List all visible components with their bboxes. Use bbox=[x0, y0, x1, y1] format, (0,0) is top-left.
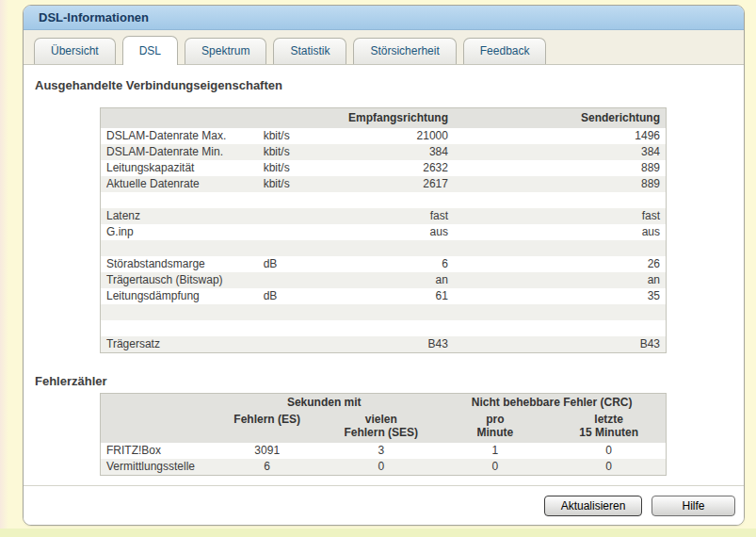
cell-label: Trägersatz bbox=[101, 336, 258, 353]
cell-unit bbox=[258, 272, 331, 288]
dsl-informationen-window: DSL-Informationen Übersicht DSL Spektrum… bbox=[23, 5, 745, 526]
table-row: Vermittlungsstelle 6 0 0 0 bbox=[101, 459, 667, 476]
cell-crc-per-minute: 1 bbox=[438, 443, 552, 459]
group-header-empty bbox=[101, 394, 211, 412]
cell-unit: dB bbox=[258, 288, 331, 304]
error-counter-table: Sekunden mit Nicht behebbare Fehler (CRC… bbox=[100, 393, 667, 476]
tab-feedback[interactable]: Feedback bbox=[463, 38, 547, 64]
cell-label: Störabstandsmarge bbox=[101, 256, 258, 272]
col-header-letzte-15-minuten: letzte 15 Minuten bbox=[552, 411, 666, 443]
cell-upstream: fast bbox=[454, 208, 667, 224]
cell-unit bbox=[258, 304, 331, 320]
cell-unit bbox=[258, 336, 331, 353]
cell-downstream bbox=[330, 240, 454, 256]
cell-upstream bbox=[454, 320, 667, 336]
table-row: Leitungskapazität kbit/s 2632 889 bbox=[101, 160, 667, 176]
window-title: DSL-Informationen bbox=[24, 6, 744, 30]
cell-unit bbox=[258, 192, 331, 208]
cell-downstream bbox=[330, 320, 454, 336]
cell-upstream: 35 bbox=[454, 288, 667, 304]
table-row: Trägersatz B43 B43 bbox=[101, 336, 667, 353]
cell-device: Vermittlungsstelle bbox=[101, 459, 211, 476]
cell-upstream bbox=[454, 304, 667, 320]
cell-upstream: 889 bbox=[454, 176, 667, 192]
tab-spektrum[interactable]: Spektrum bbox=[185, 38, 266, 64]
cell-unit: kbit/s bbox=[258, 144, 331, 160]
cell-downstream bbox=[330, 192, 454, 208]
cell-label: Trägertausch (Bitswap) bbox=[101, 272, 258, 288]
connection-properties-table: Empfangsrichtung Senderichtung DSLAM-Dat… bbox=[100, 107, 667, 353]
connection-table-header-row: Empfangsrichtung Senderichtung bbox=[101, 108, 667, 129]
table-row: Leitungsdämpfung dB 61 35 bbox=[101, 288, 667, 304]
col-header-line: vielen bbox=[328, 413, 434, 426]
cell-label bbox=[101, 320, 258, 336]
cell-es: 6 bbox=[210, 459, 324, 476]
table-row: Störabstandsmarge dB 6 26 bbox=[101, 256, 667, 272]
cell-label bbox=[101, 240, 258, 256]
cell-label: DSLAM-Datenrate Max. bbox=[101, 128, 258, 144]
cell-device: FRITZ!Box bbox=[101, 443, 211, 459]
group-header-sekunden-mit: Sekunden mit bbox=[210, 394, 438, 412]
cell-upstream bbox=[454, 192, 667, 208]
cell-label: Leitungsdämpfung bbox=[101, 288, 258, 304]
table-row-spacer bbox=[101, 240, 667, 256]
table-row: DSLAM-Datenrate Max. kbit/s 21000 1496 bbox=[101, 128, 667, 144]
col-header-es: Fehlern (ES) bbox=[210, 411, 324, 443]
group-header-crc: Nicht behebbare Fehler (CRC) bbox=[438, 394, 666, 412]
table-row-spacer bbox=[101, 320, 667, 336]
cell-ses: 3 bbox=[324, 443, 438, 459]
cell-upstream: 889 bbox=[454, 160, 667, 176]
cell-unit bbox=[258, 240, 331, 256]
cell-label: Latenz bbox=[101, 208, 258, 224]
hilfe-button[interactable]: Hilfe bbox=[651, 496, 735, 516]
col-header-line: pro bbox=[442, 413, 548, 426]
tab-statistik[interactable]: Statistik bbox=[273, 38, 346, 64]
cell-ses: 0 bbox=[324, 459, 438, 476]
cell-downstream: an bbox=[330, 272, 454, 288]
cell-upstream: 384 bbox=[454, 144, 667, 160]
cell-label: G.inp bbox=[101, 224, 258, 240]
col-header-empty-unit bbox=[258, 108, 331, 129]
col-header-empty bbox=[101, 411, 211, 443]
col-header-line: Fehlern (ES) bbox=[214, 413, 320, 426]
aktualisieren-button[interactable]: Aktualisieren bbox=[544, 496, 642, 516]
cell-upstream: 26 bbox=[454, 256, 667, 272]
tab-dsl[interactable]: DSL bbox=[122, 36, 178, 65]
cell-label: Aktuelle Datenrate bbox=[101, 176, 258, 192]
tab-uebersicht[interactable]: Übersicht bbox=[34, 38, 116, 64]
cell-downstream: 2617 bbox=[330, 176, 454, 192]
cell-downstream: 384 bbox=[330, 144, 454, 160]
tab-stoersicherheit[interactable]: Störsicherheit bbox=[353, 38, 456, 64]
cell-label: DSLAM-Datenrate Min. bbox=[101, 144, 258, 160]
cell-unit bbox=[258, 320, 331, 336]
cell-label bbox=[101, 192, 258, 208]
cell-label: Leitungskapazität bbox=[101, 160, 258, 176]
error-table-group-header-row: Sekunden mit Nicht behebbare Fehler (CRC… bbox=[101, 394, 667, 412]
col-header-pro-minute: pro Minute bbox=[438, 411, 552, 443]
table-row: Trägertausch (Bitswap) an an bbox=[101, 272, 667, 288]
cell-downstream: B43 bbox=[330, 336, 454, 353]
cell-downstream: fast bbox=[330, 208, 454, 224]
col-header-empfangsrichtung: Empfangsrichtung bbox=[330, 108, 454, 129]
button-bar: Aktualisieren Hilfe bbox=[24, 485, 744, 525]
col-header-line: letzte bbox=[555, 413, 662, 426]
cell-unit bbox=[258, 208, 331, 224]
col-header-senderichtung: Senderichtung bbox=[454, 108, 667, 129]
cell-crc-15min: 0 bbox=[552, 459, 666, 476]
cell-crc-per-minute: 0 bbox=[438, 459, 552, 476]
table-row: Latenz fast fast bbox=[101, 208, 667, 224]
cell-unit: kbit/s bbox=[258, 176, 331, 192]
error-table-sub-header-row: Fehlern (ES) vielen Fehlern (SES) pro Mi… bbox=[101, 411, 667, 443]
cell-unit: kbit/s bbox=[258, 160, 331, 176]
col-header-line: Fehlern (SES) bbox=[328, 426, 434, 439]
col-header-line: Minute bbox=[442, 426, 548, 439]
cell-upstream: an bbox=[454, 272, 667, 288]
cell-downstream: 61 bbox=[330, 288, 454, 304]
table-row: G.inp aus aus bbox=[101, 224, 667, 240]
cell-upstream: 1496 bbox=[454, 128, 667, 144]
tab-bar: Übersicht DSL Spektrum Statistik Störsic… bbox=[24, 30, 744, 65]
cell-upstream bbox=[454, 240, 667, 256]
cell-unit: kbit/s bbox=[258, 128, 331, 144]
cell-upstream: aus bbox=[454, 224, 667, 240]
cell-unit: dB bbox=[258, 256, 331, 272]
